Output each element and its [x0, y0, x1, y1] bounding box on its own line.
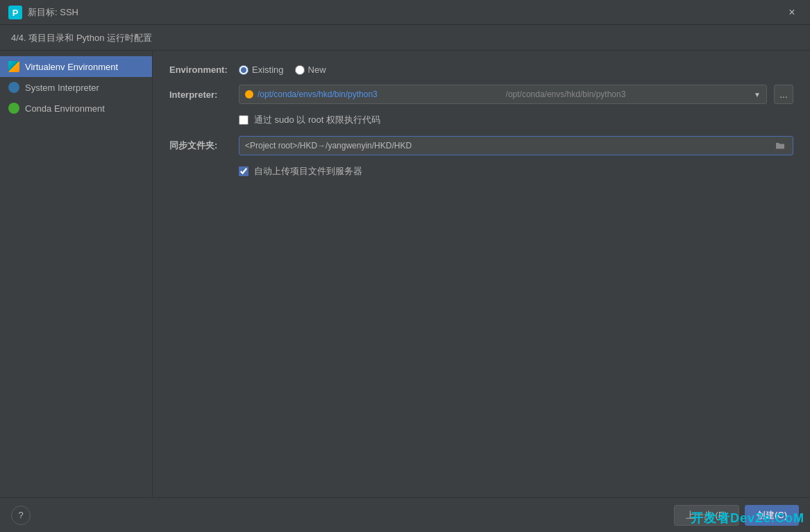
- svg-text:P: P: [12, 8, 19, 18]
- footer-left: ?: [11, 506, 31, 525]
- help-button[interactable]: ?: [11, 506, 31, 525]
- prev-button[interactable]: 上一步 (P): [674, 505, 739, 526]
- sidebar-item-virtualenv-label: Virtualenv Environment: [25, 62, 118, 72]
- python-icon: [8, 82, 19, 93]
- auto-upload-checkbox[interactable]: [239, 166, 248, 176]
- radio-existing-option[interactable]: Existing: [239, 65, 284, 75]
- environment-label: Environment:: [169, 65, 232, 75]
- create-button[interactable]: 创建(C): [745, 505, 799, 526]
- step-header: 4/4. 项目目录和 Python 运行时配置: [0, 25, 810, 51]
- main-content: Environment: Existing New Interpreter:: [153, 51, 810, 497]
- main-window: P 新目标: SSH × 4/4. 项目目录和 Python 运行时配置 Vir…: [0, 0, 810, 532]
- sidebar: Virtualenv Environment System Interprete…: [0, 51, 153, 497]
- sidebar-item-virtualenv[interactable]: Virtualenv Environment: [0, 56, 152, 77]
- auto-upload-checkbox-row: 自动上传项目文件到服务器: [169, 165, 793, 178]
- environment-row: Environment: Existing New: [169, 65, 793, 75]
- interpreter-path-blue: /opt/conda/envs/hkd/bin/python3: [258, 89, 502, 99]
- sync-label: 同步文件夹:: [169, 139, 232, 152]
- dropdown-arrow-icon[interactable]: ▼: [754, 91, 761, 98]
- app-icon: P: [8, 6, 22, 19]
- footer-right: 上一步 (P) 创建(C): [674, 505, 799, 526]
- sudo-checkbox-label: 通过 sudo 以 root 权限执行代码: [254, 114, 380, 126]
- interpreter-row: Interpreter: /opt/conda/envs/hkd/bin/pyt…: [169, 85, 793, 104]
- sudo-checkbox[interactable]: [239, 115, 248, 125]
- ellipsis-button[interactable]: ...: [774, 85, 793, 104]
- sidebar-item-system-label: System Interpreter: [25, 83, 99, 93]
- sidebar-item-conda-label: Conda Environment: [25, 103, 105, 114]
- interpreter-label: Interpreter:: [169, 89, 232, 100]
- step-label: 4/4. 项目目录和 Python 运行时配置: [11, 33, 152, 43]
- folder-browse-icon[interactable]: [773, 139, 787, 153]
- close-button[interactable]: ×: [782, 3, 802, 22]
- footer: ? 上一步 (P) 创建(C): [0, 497, 810, 532]
- sidebar-item-conda[interactable]: Conda Environment: [0, 98, 152, 119]
- sync-path-text: <Project root>/HKD→/yangwenyin/HKD/HKD: [245, 141, 773, 151]
- interpreter-path-gray: /opt/conda/envs/hkd/bin/python3: [506, 89, 750, 99]
- sync-row: 同步文件夹: <Project root>/HKD→/yangwenyin/HK…: [169, 136, 793, 155]
- sudo-checkbox-row: 通过 sudo 以 root 权限执行代码: [169, 114, 793, 126]
- auto-upload-checkbox-label: 自动上传项目文件到服务器: [254, 165, 362, 178]
- titlebar: P 新目标: SSH ×: [0, 0, 810, 25]
- python-dot-icon: [245, 90, 253, 98]
- virtualenv-icon: [8, 61, 19, 72]
- interpreter-select-wrapper[interactable]: /opt/conda/envs/hkd/bin/python3 /opt/con…: [239, 85, 767, 104]
- conda-icon: [8, 103, 19, 114]
- sync-input-wrapper[interactable]: <Project root>/HKD→/yangwenyin/HKD/HKD: [239, 136, 793, 155]
- sidebar-item-system[interactable]: System Interpreter: [0, 77, 152, 98]
- radio-existing-label: Existing: [252, 65, 284, 75]
- radio-new[interactable]: [295, 65, 305, 75]
- radio-existing[interactable]: [239, 65, 248, 75]
- content-area: Virtualenv Environment System Interprete…: [0, 51, 810, 497]
- radio-new-label: New: [308, 65, 326, 75]
- radio-new-option[interactable]: New: [295, 65, 326, 75]
- window-title: 新目标: SSH: [28, 6, 782, 19]
- environment-radio-group: Existing New: [239, 65, 326, 75]
